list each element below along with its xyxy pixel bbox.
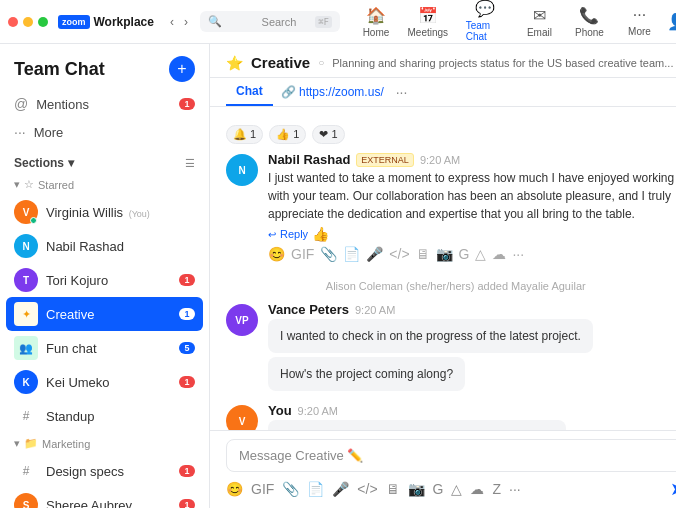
input-cloud-icon[interactable]: ☁ xyxy=(470,481,484,497)
message-nabil: N Nabil Rashad EXTERNAL 9:20 AM I just w… xyxy=(226,152,676,262)
nav-more-label: More xyxy=(628,26,651,37)
search-icon: 🔍 xyxy=(208,15,256,28)
sidebar-item-virginia[interactable]: V Virginia Willis (You) xyxy=(0,195,209,229)
sidebar-item-more[interactable]: ··· More xyxy=(0,118,209,146)
close-traffic[interactable] xyxy=(8,17,18,27)
nav-more[interactable]: ··· More xyxy=(615,2,663,41)
forward-button[interactable]: › xyxy=(180,13,192,31)
input-clip-icon[interactable]: 📎 xyxy=(282,481,299,497)
tori-label: Tori Kojuro xyxy=(46,273,108,288)
main-area: Team Chat + @ Mentions 1 ··· More Sectio… xyxy=(0,44,676,508)
message-input-box[interactable]: Message Creative ✏️ xyxy=(226,439,676,472)
tab-chat[interactable]: Chat xyxy=(226,78,273,106)
doc-action-icon[interactable]: 📄 xyxy=(343,246,360,262)
tab-link[interactable]: 🔗 https://zoom.us/ xyxy=(273,79,392,105)
teamchat-icon: 💬 xyxy=(475,0,495,18)
screen-action-icon[interactable]: 🖥 xyxy=(416,246,430,262)
cloud-action-icon[interactable]: ☁ xyxy=(492,246,506,262)
new-chat-button[interactable]: + xyxy=(169,56,195,82)
reaction-thumbs[interactable]: 👍 1 xyxy=(269,125,306,144)
sidebar-item-mentions[interactable]: @ Mentions 1 xyxy=(0,90,209,118)
system-message-add: Alison Coleman (she/her/hers) added Maya… xyxy=(226,280,676,292)
nabil-msg-actions: 😊 GIF 📎 📄 🎤 </> 🖥 📷 G △ ☁ ··· xyxy=(268,246,676,262)
sections-label[interactable]: Sections ▾ xyxy=(14,156,74,170)
tori-avatar: T xyxy=(14,268,38,292)
contacts-icon[interactable]: 👤 xyxy=(667,12,676,31)
vance-msg-text1: I wanted to check in on the progress of … xyxy=(268,319,593,353)
topbar-right: 👤 🔔 ⚙ ▣ V xyxy=(667,9,676,35)
back-button[interactable]: ‹ xyxy=(166,13,178,31)
standup-label: Standup xyxy=(46,409,94,424)
sidebar-item-tori[interactable]: T Tori Kojuro 1 xyxy=(0,263,209,297)
mentions-label: Mentions xyxy=(36,97,89,112)
sidebar-item-creative[interactable]: ✦ Creative 1 xyxy=(6,297,203,331)
nabil-external-badge: EXTERNAL xyxy=(356,153,414,167)
starred-label: Starred xyxy=(38,179,74,191)
sidebar-header: Team Chat + xyxy=(0,44,209,90)
minimize-traffic[interactable] xyxy=(23,17,33,27)
creative-icon: ✦ xyxy=(14,302,38,326)
emoji-action-icon[interactable]: 😊 xyxy=(268,246,285,262)
sidebar-item-standup[interactable]: # Standup xyxy=(0,399,209,433)
send-icon: ➤ xyxy=(670,479,676,499)
design-specs-badge: 1 xyxy=(179,465,195,477)
input-camera-icon[interactable]: 📷 xyxy=(408,481,425,497)
input-drive-icon[interactable]: △ xyxy=(451,481,462,497)
more-label: More xyxy=(34,125,64,140)
nav-email[interactable]: ✉ Email xyxy=(515,2,563,42)
you-msg-text: It's going well, we're on track to meet … xyxy=(268,420,566,430)
drive-action-icon[interactable]: △ xyxy=(475,246,486,262)
camera-action-icon[interactable]: 📷 xyxy=(436,246,453,262)
nabil-reply-btn[interactable]: ↩ Reply 👍 xyxy=(268,226,676,242)
starred-group[interactable]: ▾ ☆ Starred xyxy=(0,174,209,195)
input-gif-icon[interactable]: GIF xyxy=(251,481,274,497)
sidebar-item-nabil[interactable]: N Nabil Rashad xyxy=(0,229,209,263)
sidebar-item-sheree[interactable]: S Sheree Aubrey 1 xyxy=(0,488,209,508)
design-specs-hash-icon: # xyxy=(14,459,38,483)
more-action-icon[interactable]: ··· xyxy=(512,246,524,262)
chat-messages: 🔔 1 👍 1 ❤ 1 N Nabil Rashad EXTERNAL 9:20… xyxy=(210,107,676,430)
more-icon: ··· xyxy=(633,6,646,24)
reaction-bell[interactable]: 🔔 1 xyxy=(226,125,263,144)
chat-input-area: Message Creative ✏️ 😊 GIF 📎 📄 🎤 </> 🖥 📷 … xyxy=(210,430,676,508)
input-emoji-icon[interactable]: 😊 xyxy=(226,481,243,497)
you-msg-content: You 9:20 AM It's going well, we're on tr… xyxy=(268,403,676,430)
chat-panel: ⭐ Creative ○ Planning and sharing projec… xyxy=(210,44,676,508)
sidebar-item-design-specs[interactable]: # Design specs 1 xyxy=(0,454,209,488)
marketing-group[interactable]: ▾ 📁 Marketing xyxy=(0,433,209,454)
nabil-label: Nabil Rashad xyxy=(46,239,124,254)
search-shortcut: ⌘F xyxy=(315,16,332,28)
sections-filter-icon[interactable]: ☰ xyxy=(185,157,195,170)
sheree-avatar: S xyxy=(14,493,38,508)
input-doc-icon[interactable]: 📄 xyxy=(307,481,324,497)
send-button[interactable]: ➤ xyxy=(670,478,676,500)
mic-action-icon[interactable]: 🎤 xyxy=(366,246,383,262)
kei-badge: 1 xyxy=(179,376,195,388)
nav-meetings[interactable]: 📅 Meetings xyxy=(402,2,454,42)
reaction-heart[interactable]: ❤ 1 xyxy=(312,125,344,144)
you-msg-name: You xyxy=(268,403,292,418)
you-msg-avatar: V xyxy=(226,405,258,430)
sidebar-item-kei[interactable]: K Kei Umeko 1 xyxy=(0,365,209,399)
creative-label: Creative xyxy=(46,307,94,322)
input-screen-icon[interactable]: 🖥 xyxy=(386,481,400,497)
code-action-icon[interactable]: </> xyxy=(389,246,409,262)
google-action-icon[interactable]: G xyxy=(459,246,470,262)
input-zoom-icon[interactable]: Z xyxy=(492,481,501,497)
input-code-icon[interactable]: </> xyxy=(357,481,377,497)
search-bar[interactable]: 🔍 Search ⌘F xyxy=(200,11,340,32)
input-mic-icon[interactable]: 🎤 xyxy=(332,481,349,497)
chat-online-icon: ○ xyxy=(318,57,324,68)
sidebar-item-funchat[interactable]: 👥 Fun chat 5 xyxy=(0,331,209,365)
tab-ellipsis[interactable]: ··· xyxy=(392,78,412,106)
gif-action-icon[interactable]: GIF xyxy=(291,246,314,262)
nav-arrows: ‹ › xyxy=(166,13,192,31)
nav-phone[interactable]: 📞 Phone xyxy=(565,2,613,42)
nav-teamchat[interactable]: 💬 Team Chat xyxy=(456,0,514,48)
input-more-icon[interactable]: ··· xyxy=(509,481,521,497)
sidebar: Team Chat + @ Mentions 1 ··· More Sectio… xyxy=(0,44,210,508)
input-google-icon[interactable]: G xyxy=(433,481,444,497)
nav-home[interactable]: 🏠 Home xyxy=(352,2,400,42)
maximize-traffic[interactable] xyxy=(38,17,48,27)
clip-action-icon[interactable]: 📎 xyxy=(320,246,337,262)
